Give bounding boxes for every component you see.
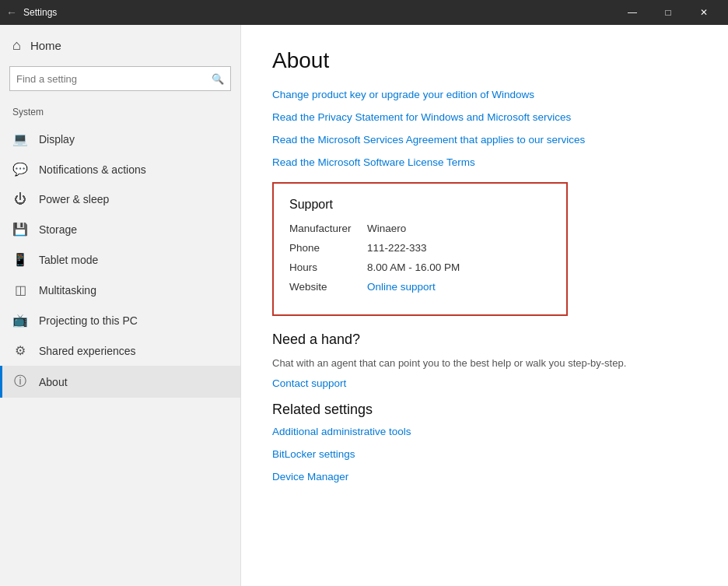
search-input[interactable] [10,68,205,89]
link-change-product-key[interactable]: Change product key or upgrade your editi… [272,89,697,100]
main-content: About Change product key or upgrade your… [241,25,728,586]
home-icon: ⌂ [12,37,21,54]
sidebar-item-display[interactable]: 💻 Display [0,124,240,154]
search-box: 🔍 [9,66,231,91]
sidebar: ⌂ Home 🔍 System 💻 Display 💬 Notification… [0,25,241,586]
sidebar-item-tablet[interactable]: 📱 Tablet mode [0,244,240,275]
sidebar-item-storage[interactable]: 💾 Storage [0,214,240,244]
minimize-button[interactable]: — [614,0,650,25]
sidebar-item-shared[interactable]: ⚙ Shared experiences [0,335,240,366]
sidebar-item-multitasking[interactable]: ◫ Multitasking [0,275,240,305]
sidebar-item-display-label: Display [39,133,75,146]
power-icon: ⏻ [12,192,28,206]
sidebar-item-power-label: Power & sleep [39,193,109,205]
sidebar-item-projecting-label: Projecting to this PC [39,314,138,327]
title-bar-left: ← Settings [6,6,57,19]
app-container: ⌂ Home 🔍 System 💻 Display 💬 Notification… [0,25,728,586]
storage-icon: 💾 [12,222,28,237]
related-settings-heading: Related settings [272,402,697,418]
sidebar-item-shared-label: Shared experiences [39,345,136,357]
maximize-button[interactable]: □ [650,0,686,25]
link-privacy-statement[interactable]: Read the Privacy Statement for Windows a… [272,111,697,123]
support-title: Support [289,198,551,212]
sidebar-item-projecting[interactable]: 📺 Projecting to this PC [0,305,240,335]
link-services-agreement[interactable]: Read the Microsoft Services Agreement th… [272,134,697,146]
display-icon: 💻 [12,132,28,146]
support-row-website: Website Online support [289,281,551,293]
support-label-manufacturer: Manufacturer [289,223,367,234]
search-button[interactable]: 🔍 [205,67,230,90]
support-row-hours: Hours 8.00 AM - 16.00 PM [289,261,551,273]
shared-icon: ⚙ [12,343,28,358]
sidebar-item-power[interactable]: ⏻ Power & sleep [0,184,240,214]
link-device-manager[interactable]: Device Manager [272,471,697,482]
sidebar-item-about-label: About [39,376,68,388]
support-row-phone: Phone 111-222-333 [289,242,551,254]
sidebar-item-storage-label: Storage [39,223,77,236]
need-a-hand-description: Chat with an agent that can point you to… [272,356,697,371]
support-label-hours: Hours [289,261,367,273]
projecting-icon: 📺 [12,313,28,328]
support-value-phone: 111-222-333 [367,242,427,254]
link-bitlocker[interactable]: BitLocker settings [272,448,697,460]
sidebar-item-tablet-label: Tablet mode [39,254,98,266]
sidebar-section-label: System [0,104,240,124]
back-icon[interactable]: ← [6,6,17,19]
title-bar: ← Settings — □ ✕ [0,0,728,25]
page-title: About [272,48,697,73]
support-box: Support Manufacturer Winaero Phone 111-2… [272,182,568,316]
support-value-hours: 8.00 AM - 16.00 PM [367,261,460,273]
sidebar-item-notifications-label: Notifications & actions [39,163,146,176]
sidebar-item-multitasking-label: Multitasking [39,284,96,297]
home-label: Home [30,39,61,52]
sidebar-item-about[interactable]: ⓘ About [0,366,240,398]
tablet-icon: 📱 [12,252,28,267]
multitasking-icon: ◫ [12,282,28,297]
link-admin-tools[interactable]: Additional administrative tools [272,426,697,437]
about-icon: ⓘ [12,374,28,390]
support-label-phone: Phone [289,242,367,254]
link-license-terms[interactable]: Read the Microsoft Software License Term… [272,156,697,168]
support-link-website[interactable]: Online support [367,281,436,293]
support-value-manufacturer: Winaero [367,223,406,234]
need-a-hand-heading: Need a hand? [272,332,697,348]
support-label-website: Website [289,281,367,293]
contact-support-link[interactable]: Contact support [272,377,697,389]
close-button[interactable]: ✕ [686,0,722,25]
notifications-icon: 💬 [12,162,28,177]
title-bar-title: Settings [23,7,57,18]
title-bar-controls: — □ ✕ [614,0,722,25]
sidebar-item-home[interactable]: ⌂ Home [0,25,240,63]
sidebar-item-notifications[interactable]: 💬 Notifications & actions [0,154,240,184]
support-row-manufacturer: Manufacturer Winaero [289,223,551,234]
